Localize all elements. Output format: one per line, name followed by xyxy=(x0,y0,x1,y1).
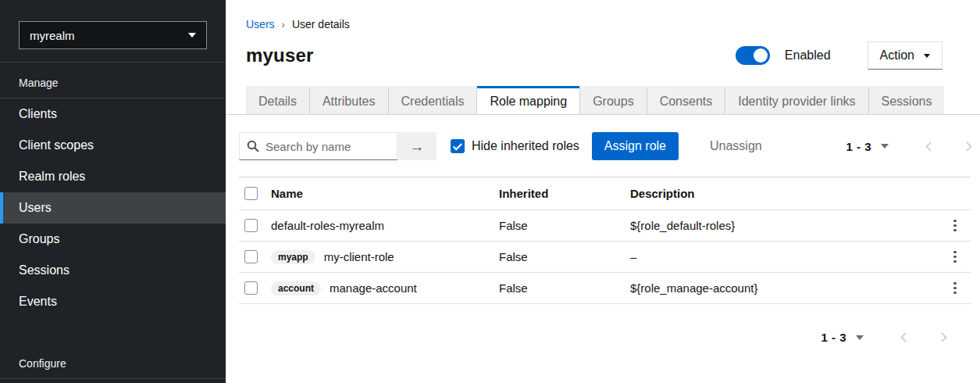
sidebar-item-clients[interactable]: Clients xyxy=(0,98,226,130)
breadcrumb-current: User details xyxy=(292,18,350,30)
bottom-pagination: 1 - 3 xyxy=(226,304,980,344)
role-description: ${role_default-roles} xyxy=(630,219,939,232)
table-row: account manage-account False ${role_mana… xyxy=(239,273,971,304)
arrow-right-icon: → xyxy=(410,138,425,155)
top-pagination: 1 - 3 xyxy=(846,140,971,153)
role-description: – xyxy=(630,250,939,263)
caret-down-icon xyxy=(924,54,930,58)
tab-sessions[interactable]: Sessions xyxy=(869,86,945,114)
search-input[interactable] xyxy=(239,132,397,160)
sidebar-item-realm-settings[interactable]: Realm settings xyxy=(0,379,226,383)
role-name: default-roles-myrealm xyxy=(271,219,384,232)
page-title: myuser xyxy=(246,45,314,66)
pagination-range: 1 - 3 xyxy=(821,331,846,344)
hide-inherited-checkbox-group[interactable]: Hide inherited roles xyxy=(451,139,579,153)
pagination-range: 1 - 3 xyxy=(846,140,871,153)
kebab-menu-icon[interactable] xyxy=(950,248,960,267)
breadcrumb-separator-icon: › xyxy=(282,19,285,30)
page-header: myuser Enabled Action xyxy=(246,41,960,70)
sidebar-item-groups[interactable]: Groups xyxy=(0,224,226,255)
kebab-menu-icon[interactable] xyxy=(950,279,960,298)
enabled-label: Enabled xyxy=(785,48,831,63)
role-description: ${role_manage-account} xyxy=(630,281,939,295)
toolbar: → Hide inherited roles Assign role Unass… xyxy=(226,115,980,160)
breadcrumb-users-link[interactable]: Users xyxy=(246,18,275,30)
tab-identity-provider-links[interactable]: Identity provider links xyxy=(725,86,868,114)
enabled-toggle[interactable] xyxy=(736,46,770,65)
realm-selector-label: myrealm xyxy=(30,29,75,42)
nav-section-configure: Configure xyxy=(0,343,226,378)
pagination-caret-icon[interactable] xyxy=(881,144,889,149)
table-header-row: Name Inherited Description xyxy=(239,177,971,210)
sidebar-item-events[interactable]: Events xyxy=(0,286,226,317)
header-controls: Enabled Action xyxy=(736,41,943,70)
tab-details[interactable]: Details xyxy=(246,86,310,114)
chevron-left-icon[interactable] xyxy=(900,332,911,342)
tab-groups[interactable]: Groups xyxy=(579,86,647,114)
role-inherited: False xyxy=(499,219,630,232)
chevron-right-icon[interactable] xyxy=(937,332,947,342)
role-inherited: False xyxy=(499,250,630,263)
role-inherited: False xyxy=(499,281,630,295)
breadcrumb: Users › User details xyxy=(226,0,980,30)
tab-attributes[interactable]: Attributes xyxy=(310,86,389,114)
sidebar-item-users[interactable]: Users xyxy=(0,192,226,224)
tab-consents[interactable]: Consents xyxy=(647,86,726,114)
select-all-checkbox[interactable] xyxy=(244,187,258,200)
row-checkbox[interactable] xyxy=(244,219,258,232)
sidebar-item-client-scopes[interactable]: Client scopes xyxy=(0,130,226,161)
sidebar-item-realm-roles[interactable]: Realm roles xyxy=(0,161,226,192)
search-icon xyxy=(247,140,259,152)
client-badge: account xyxy=(271,281,321,295)
chevron-right-icon[interactable] xyxy=(962,141,972,152)
column-header-name: Name xyxy=(271,187,499,200)
search-group: → xyxy=(239,132,437,160)
unassign-button[interactable]: Unassign xyxy=(704,132,768,160)
action-dropdown-label: Action xyxy=(880,48,914,63)
toggle-knob xyxy=(754,48,768,63)
sidebar-item-sessions[interactable]: Sessions xyxy=(0,255,226,286)
row-checkbox[interactable] xyxy=(244,250,258,263)
nav-section-manage: Manage xyxy=(0,63,226,98)
assign-role-button[interactable]: Assign role xyxy=(592,132,679,160)
hide-inherited-label: Hide inherited roles xyxy=(472,139,579,153)
column-header-description: Description xyxy=(630,187,939,200)
search-input-wrap xyxy=(239,132,397,160)
main-content: Users › User details myuser Enabled Acti… xyxy=(226,0,980,383)
row-checkbox[interactable] xyxy=(244,281,258,295)
sidebar: myrealm Manage Clients Client scopes Rea… xyxy=(0,0,226,383)
table-row: myapp my-client-role False – xyxy=(239,242,971,273)
action-dropdown-button[interactable]: Action xyxy=(868,41,943,70)
search-submit-button[interactable]: → xyxy=(397,132,437,160)
chevron-down-icon xyxy=(188,33,196,38)
table-row: default-roles-myrealm False ${role_defau… xyxy=(239,210,971,242)
tab-role-mapping[interactable]: Role mapping xyxy=(477,86,579,114)
realm-selector[interactable]: myrealm xyxy=(19,21,207,49)
pagination-caret-icon[interactable] xyxy=(856,335,864,340)
client-badge: myapp xyxy=(271,250,315,264)
chevron-left-icon[interactable] xyxy=(925,141,935,152)
column-header-inherited: Inherited xyxy=(499,187,630,200)
roles-table: Name Inherited Description default-roles… xyxy=(239,177,971,304)
kebab-menu-icon[interactable] xyxy=(950,217,960,235)
tabs: Details Attributes Credentials Role mapp… xyxy=(226,86,980,115)
role-name: manage-account xyxy=(330,281,417,295)
checkbox-checked-icon[interactable] xyxy=(451,139,465,153)
tab-credentials[interactable]: Credentials xyxy=(389,86,478,114)
role-name: my-client-role xyxy=(324,250,394,263)
